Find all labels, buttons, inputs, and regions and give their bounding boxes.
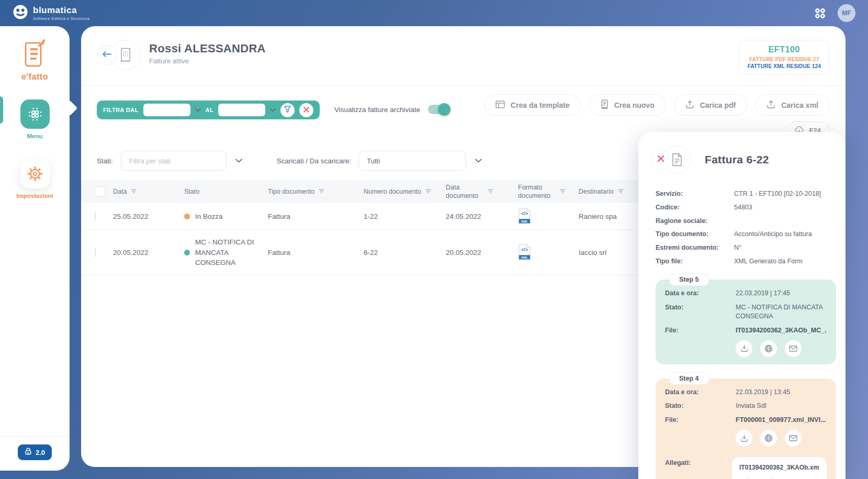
archived-toggle-label: Visualizza fatture archiviate bbox=[334, 106, 420, 114]
status-label: MC - NOTIFICA DI MANCATA CONSEGNA bbox=[195, 237, 254, 268]
svg-text:</>: </> bbox=[521, 247, 528, 252]
web-button[interactable] bbox=[760, 340, 777, 357]
allegato-card: IT01394200362_3KAOb.xml.... bbox=[732, 457, 827, 479]
download-button[interactable] bbox=[736, 340, 752, 357]
xml-file-icon: </>XML bbox=[518, 218, 531, 226]
svg-text:XML: XML bbox=[521, 219, 528, 222]
carica-pdf-button[interactable]: Carica pdf bbox=[674, 94, 747, 116]
version-badge[interactable]: 2.0 bbox=[18, 444, 52, 460]
plan-badge: EFT100 FATTURE PDF RESIDUE 27 FATTURE XM… bbox=[739, 40, 830, 75]
chevron-down-icon[interactable] bbox=[195, 108, 201, 112]
row-checkbox[interactable] bbox=[95, 248, 96, 257]
brand-tagline: Software Edilizia e Sicurezza bbox=[33, 16, 89, 21]
panel-close-button[interactable] bbox=[651, 150, 671, 170]
column-filter-icon[interactable] bbox=[488, 187, 493, 196]
filter-to-label: AL bbox=[206, 107, 213, 113]
back-arrow-icon bbox=[102, 50, 111, 60]
avatar[interactable]: MF bbox=[838, 4, 855, 22]
email-button[interactable] bbox=[785, 430, 802, 447]
sidebar-item-menu[interactable]: Menu bbox=[20, 99, 50, 139]
lock-icon bbox=[25, 448, 32, 457]
apps-grid-icon[interactable] bbox=[814, 7, 826, 19]
brand-name: blumatica bbox=[33, 5, 89, 16]
select-all-checkbox[interactable] bbox=[95, 186, 105, 197]
sidebar-notch bbox=[62, 101, 78, 116]
carica-xml-button[interactable]: Carica xml bbox=[755, 94, 830, 116]
blumatica-logo-icon bbox=[13, 4, 28, 22]
filter-from-input[interactable] bbox=[143, 104, 190, 116]
upload-icon bbox=[766, 100, 775, 110]
filter-to-input[interactable] bbox=[218, 104, 265, 116]
column-filter-icon[interactable] bbox=[560, 187, 566, 196]
step-tab: Step 5 bbox=[669, 273, 709, 286]
scaricati-label: Scaricati / Da scaricare: bbox=[277, 157, 352, 165]
plan-xml-residue: FATTURE XML RESIDUE 124 bbox=[748, 63, 821, 69]
chevron-down-icon[interactable] bbox=[235, 159, 242, 163]
svg-text:</>: </> bbox=[521, 210, 528, 216]
efatto-logo-icon bbox=[21, 61, 48, 70]
svg-text:XML: XML bbox=[521, 255, 528, 259]
page-header: Rossi ALESSANDRA Fatture attive EFT100 F… bbox=[81, 26, 846, 86]
panel-title: Fattura 6-22 bbox=[705, 153, 769, 166]
chevron-down-icon[interactable] bbox=[475, 159, 482, 163]
status-dot bbox=[184, 214, 190, 219]
column-filter-icon[interactable] bbox=[425, 187, 431, 196]
step-card-5: Step 5 Data e ora:22.03.2019 | 17:45 Sta… bbox=[656, 280, 836, 364]
sidebar: e'fatto Menu bbox=[0, 26, 70, 471]
column-filter-icon[interactable] bbox=[131, 187, 137, 196]
step-tab: Step 4 bbox=[669, 372, 709, 385]
toggle-knob bbox=[438, 103, 450, 116]
allegato-file: IT01394200362_3KAOb.xml.... bbox=[739, 464, 819, 471]
column-filter-icon[interactable] bbox=[319, 187, 324, 196]
invoice-detail-panel: Fattura 6-22 Servizio:CTR 1 - EFT100 [02… bbox=[638, 132, 846, 479]
version-label: 2.0 bbox=[36, 449, 45, 456]
invoice-fields: Servizio:CTR 1 - EFT100 [02-10-2018] Cod… bbox=[638, 183, 846, 265]
plan-pdf-residue: FATTURE PDF RESIDUE 27 bbox=[748, 57, 821, 62]
close-icon bbox=[657, 155, 664, 164]
archived-toggle[interactable] bbox=[428, 105, 449, 114]
crea-da-template-button[interactable]: Crea da template bbox=[484, 94, 581, 116]
clear-filter-button[interactable] bbox=[299, 103, 313, 117]
new-document-icon bbox=[601, 99, 608, 110]
web-button[interactable] bbox=[760, 430, 777, 447]
plan-name: EFT100 bbox=[748, 45, 821, 54]
page-subtitle: Fatture attive bbox=[149, 57, 266, 65]
status-dot bbox=[184, 250, 190, 255]
toolbar: FILTRA DAL AL Visualizza fattur bbox=[81, 86, 846, 139]
menu-dots-icon[interactable] bbox=[20, 99, 50, 129]
efatto-logo: e'fatto bbox=[21, 39, 48, 82]
sidebar-item-impostazioni-label: Impostazioni bbox=[16, 193, 53, 199]
page-title: Rossi ALESSANDRA bbox=[149, 42, 266, 55]
date-filter-bar: FILTRA DAL AL bbox=[97, 101, 320, 119]
sidebar-footer: 2.0 bbox=[0, 436, 70, 471]
email-button[interactable] bbox=[785, 340, 802, 357]
close-icon bbox=[303, 105, 309, 115]
funnel-icon bbox=[284, 105, 291, 115]
chevron-down-icon[interactable] bbox=[270, 108, 276, 112]
stati-label: Stati: bbox=[97, 157, 113, 165]
active-nav-indicator bbox=[0, 96, 3, 124]
back-button[interactable] bbox=[97, 45, 117, 65]
template-icon bbox=[495, 101, 505, 110]
apply-filter-button[interactable] bbox=[280, 103, 295, 117]
allegati-label: Allegati: bbox=[665, 457, 732, 479]
stati-filter-input[interactable] bbox=[121, 151, 227, 171]
column-filter-icon[interactable] bbox=[618, 187, 624, 196]
sidebar-item-impostazioni[interactable]: Impostazioni bbox=[16, 159, 53, 199]
status-label: In Bozza bbox=[195, 211, 223, 222]
download-button[interactable] bbox=[736, 430, 752, 447]
row-checkbox[interactable] bbox=[95, 212, 96, 221]
gear-icon[interactable] bbox=[20, 159, 50, 188]
topbar: blumatica Software Edilizia e Sicurezza … bbox=[0, 0, 868, 26]
crea-nuovo-button[interactable]: Crea nuovo bbox=[589, 94, 666, 116]
upload-icon bbox=[685, 100, 694, 110]
xml-file-icon: </>XML bbox=[518, 254, 531, 262]
app-name: e'fatto bbox=[21, 72, 48, 82]
step-card-4: Step 4 Data e ora:22.03.2019 | 13:45 Sta… bbox=[656, 378, 836, 479]
brand: blumatica Software Edilizia e Sicurezza bbox=[13, 4, 89, 22]
scaricati-select[interactable] bbox=[358, 151, 466, 171]
filter-from-label: FILTRA DAL bbox=[103, 107, 139, 113]
sidebar-item-menu-label: Menu bbox=[27, 133, 42, 139]
